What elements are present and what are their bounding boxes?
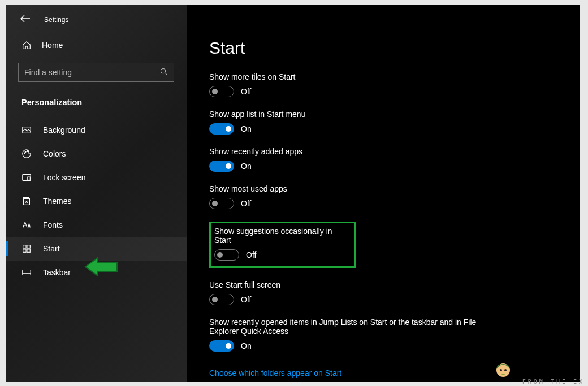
toggle-full-screen[interactable] bbox=[209, 294, 234, 305]
sidebar-item-background[interactable]: Background bbox=[6, 118, 187, 142]
svg-rect-8 bbox=[27, 245, 30, 248]
sidebar-item-themes[interactable]: Themes bbox=[6, 189, 187, 213]
toggle-suggestions[interactable] bbox=[214, 249, 239, 261]
svg-point-3 bbox=[25, 151, 26, 153]
titlebar: Settings bbox=[6, 11, 187, 34]
home-icon bbox=[21, 40, 32, 50]
fonts-icon bbox=[21, 220, 32, 230]
setting-show-more-tiles: Show more tiles on Start Off bbox=[209, 72, 557, 97]
settings-window: Settings Home Personalization Background… bbox=[6, 5, 580, 382]
svg-point-15 bbox=[504, 369, 507, 371]
setting-label: Use Start full screen bbox=[209, 280, 557, 289]
setting-label: Show more tiles on Start bbox=[209, 72, 557, 81]
svg-point-4 bbox=[27, 151, 28, 152]
home-nav[interactable]: Home bbox=[6, 34, 187, 56]
home-label: Home bbox=[42, 41, 63, 50]
sidebar-item-lock-screen[interactable]: Lock screen bbox=[6, 166, 187, 189]
toggle-state: On bbox=[241, 162, 252, 171]
back-button[interactable] bbox=[20, 15, 31, 24]
setting-label: Show recently added apps bbox=[209, 147, 557, 156]
palette-icon bbox=[21, 149, 32, 159]
toggle-state: Off bbox=[241, 87, 251, 96]
toggle-state: Off bbox=[246, 250, 256, 259]
toggle-state: On bbox=[241, 341, 252, 350]
svg-rect-11 bbox=[23, 270, 31, 275]
setting-label: Show suggestions occasionally in Start bbox=[214, 227, 349, 245]
setting-label: Show recently opened items in Jump Lists… bbox=[209, 318, 492, 336]
highlighted-setting: Show suggestions occasionally in Start O… bbox=[209, 222, 356, 268]
image-icon bbox=[21, 125, 32, 135]
svg-rect-5 bbox=[23, 175, 31, 181]
search-icon bbox=[160, 68, 168, 77]
toggle-show-app-list[interactable] bbox=[209, 123, 234, 135]
search-box[interactable] bbox=[18, 63, 174, 82]
toggle-jump-lists[interactable] bbox=[209, 340, 234, 352]
toggle-show-more-tiles[interactable] bbox=[209, 86, 234, 97]
svg-rect-10 bbox=[27, 249, 30, 252]
setting-label: Show most used apps bbox=[209, 184, 557, 193]
setting-label: Show app list in Start menu bbox=[209, 110, 557, 119]
themes-icon bbox=[21, 196, 32, 206]
svg-rect-6 bbox=[28, 177, 31, 180]
svg-point-2 bbox=[24, 153, 25, 154]
sidebar-item-label: Themes bbox=[43, 197, 72, 206]
setting-show-app-list: Show app list in Start menu On bbox=[209, 110, 557, 135]
sidebar-item-label: Taskbar bbox=[43, 268, 71, 277]
toggle-state: Off bbox=[241, 199, 251, 208]
setting-most-used: Show most used apps Off bbox=[209, 184, 557, 209]
toggle-state: Off bbox=[241, 295, 251, 304]
watermark-text: FROM THE EX bbox=[522, 379, 585, 385]
sidebar-item-label: Start bbox=[43, 244, 60, 253]
start-icon bbox=[21, 244, 32, 254]
lock-screen-icon bbox=[21, 172, 32, 183]
sidebar-item-label: Lock screen bbox=[43, 173, 85, 182]
page-title: Start bbox=[209, 38, 557, 58]
toggle-recently-added[interactable] bbox=[209, 161, 234, 172]
sidebar-item-fonts[interactable]: Fonts bbox=[6, 213, 187, 237]
section-title: Personalization bbox=[6, 93, 187, 112]
taskbar-icon bbox=[21, 267, 32, 277]
sidebar: Settings Home Personalization Background… bbox=[6, 5, 187, 382]
sidebar-item-colors[interactable]: Colors bbox=[6, 142, 187, 166]
svg-point-14 bbox=[500, 369, 502, 371]
setting-jump-lists: Show recently opened items in Jump Lists… bbox=[209, 318, 557, 352]
sidebar-item-taskbar[interactable]: Taskbar bbox=[6, 261, 187, 284]
nav-list: Background Colors Lock screen Themes Fon… bbox=[6, 118, 187, 284]
svg-rect-7 bbox=[23, 245, 26, 248]
setting-full-screen: Use Start full screen Off bbox=[209, 280, 557, 305]
toggle-most-used[interactable] bbox=[209, 198, 234, 209]
search-input[interactable] bbox=[24, 68, 160, 77]
sidebar-item-start[interactable]: Start bbox=[6, 237, 187, 261]
setting-recently-added: Show recently added apps On bbox=[209, 147, 557, 172]
mascot-avatar-icon bbox=[492, 360, 514, 383]
toggle-state: On bbox=[241, 124, 252, 133]
svg-rect-9 bbox=[23, 249, 26, 252]
sidebar-item-label: Colors bbox=[43, 149, 66, 158]
choose-folders-link[interactable]: Choose which folders appear on Start bbox=[209, 368, 341, 378]
sidebar-item-label: Background bbox=[43, 125, 85, 135]
sidebar-item-label: Fonts bbox=[43, 220, 63, 229]
window-title: Settings bbox=[44, 16, 68, 24]
svg-point-0 bbox=[161, 68, 165, 73]
main-content: Start Show more tiles on Start Off Show … bbox=[187, 5, 580, 382]
